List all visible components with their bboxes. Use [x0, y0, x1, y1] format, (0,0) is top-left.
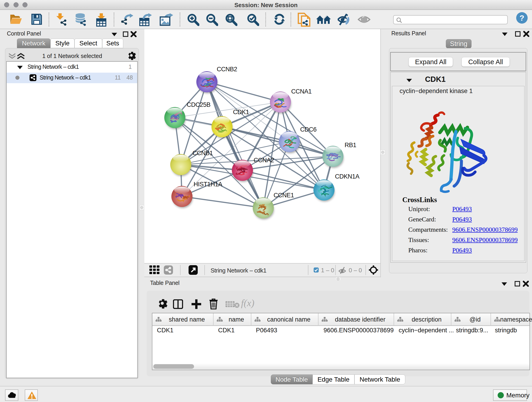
svg-text:CCNB1: CCNB1	[192, 150, 213, 157]
svg-text:HIST1H1A: HIST1H1A	[194, 181, 222, 188]
svg-text:CCNB2: CCNB2	[217, 66, 237, 73]
svg-text:?: ?	[520, 13, 525, 22]
svg-text:CDC25B: CDC25B	[187, 101, 210, 108]
svg-text:CCNA1: CCNA1	[291, 88, 312, 95]
svg-text:CCNE1: CCNE1	[273, 192, 294, 199]
svg-text:CDC6: CDC6	[300, 126, 317, 133]
svg-text:CDK1: CDK1	[233, 109, 249, 115]
svg-text:RB1: RB1	[345, 142, 356, 148]
svg-text:CDKN1A: CDKN1A	[335, 173, 360, 180]
svg-text:CCNA2: CCNA2	[254, 157, 274, 164]
